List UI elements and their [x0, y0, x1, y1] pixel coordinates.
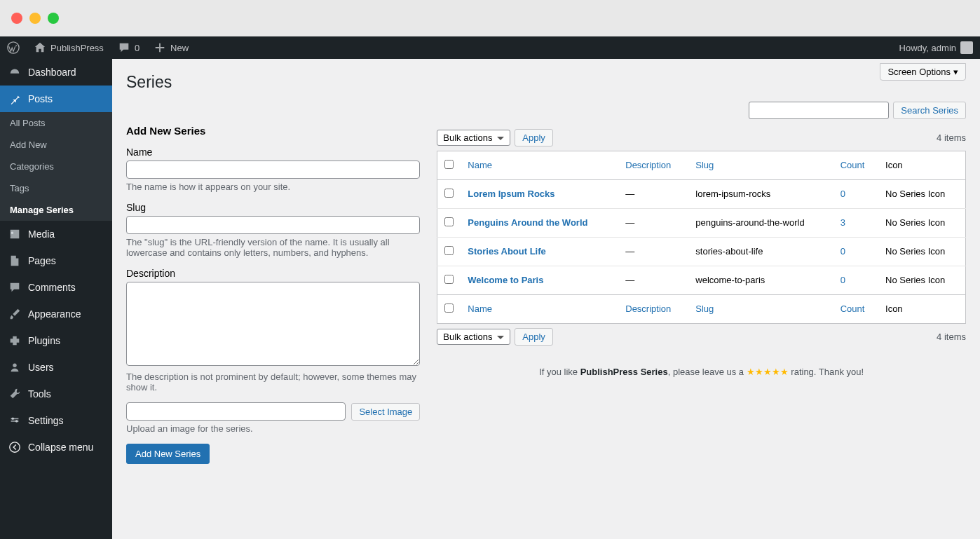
- series-count-link[interactable]: 0: [841, 246, 845, 257]
- select-all-bottom[interactable]: [444, 303, 454, 313]
- col-name[interactable]: Name: [461, 151, 618, 180]
- col-description[interactable]: Description: [618, 151, 688, 180]
- new-label: New: [170, 43, 189, 53]
- series-count-link[interactable]: 3: [841, 217, 845, 228]
- howdy-text: Howdy, admin: [899, 43, 956, 53]
- comments-link[interactable]: 0: [111, 36, 147, 59]
- window-maximize-button[interactable]: [48, 13, 59, 24]
- upload-description: Upload an image for the series.: [126, 423, 420, 434]
- series-slug: penguins-around-the-world: [688, 209, 833, 238]
- avatar-icon: [960, 41, 973, 54]
- slug-label: Slug: [126, 202, 420, 213]
- add-new-series-button[interactable]: Add New Series: [126, 444, 210, 464]
- sidebar-item-plugins[interactable]: Plugins: [0, 327, 112, 354]
- search-button[interactable]: Search Series: [893, 102, 966, 119]
- plus-icon: [154, 41, 166, 54]
- sidebar-label-dashboard: Dashboard: [28, 67, 76, 78]
- sidebar-item-appearance[interactable]: Appearance: [0, 301, 112, 327]
- home-icon: [34, 41, 46, 54]
- sidebar-item-tools[interactable]: Tools: [0, 381, 112, 407]
- series-name-link[interactable]: Lorem Ipsum Rocks: [468, 189, 554, 199]
- sidebar-collapse[interactable]: Collapse menu: [0, 434, 112, 460]
- slug-input[interactable]: [126, 216, 420, 234]
- series-count-link[interactable]: 0: [841, 189, 845, 199]
- search-input[interactable]: [749, 102, 889, 119]
- wp-logo[interactable]: [0, 36, 27, 59]
- collapse-icon: [8, 441, 21, 453]
- sidebar-item-dashboard[interactable]: Dashboard: [0, 59, 112, 86]
- tools-icon: [8, 388, 21, 400]
- sidebar-item-media[interactable]: Media: [0, 221, 112, 247]
- sidebar-item-settings[interactable]: Settings: [0, 407, 112, 434]
- image-path-input[interactable]: [126, 402, 346, 421]
- row-checkbox[interactable]: [444, 189, 454, 198]
- submenu-manage-series[interactable]: Manage Series: [0, 199, 112, 221]
- admin-sidebar: Dashboard Posts All Posts Add New Catego…: [0, 59, 112, 539]
- footer-prefix: If you like: [539, 367, 580, 377]
- series-count-link[interactable]: 0: [841, 275, 845, 285]
- series-slug: stories-about-life: [688, 238, 833, 266]
- sidebar-label-tools: Tools: [28, 388, 51, 400]
- comments-icon: [8, 281, 21, 294]
- row-checkbox[interactable]: [444, 275, 454, 284]
- comment-icon: [118, 41, 130, 54]
- table-row: Lorem Ipsum Rocks — lorem-ipsum-rocks 0 …: [437, 180, 966, 209]
- svg-point-2: [13, 364, 16, 367]
- col-count[interactable]: Count: [833, 151, 878, 180]
- series-name-link[interactable]: Welcome to Paris: [468, 275, 543, 285]
- sidebar-label-pages: Pages: [28, 255, 56, 266]
- site-name-link[interactable]: PublishPress: [27, 36, 111, 59]
- name-label: Name: [126, 146, 420, 158]
- item-count-bottom: 4 items: [937, 332, 966, 342]
- series-icon: No Series Icon: [878, 180, 965, 209]
- new-content-link[interactable]: New: [147, 36, 196, 59]
- sidebar-label-collapse: Collapse menu: [28, 442, 93, 453]
- brush-icon: [8, 308, 21, 320]
- submenu-tags[interactable]: Tags: [0, 177, 112, 199]
- col-icon: Icon: [878, 151, 965, 180]
- select-image-button[interactable]: Select Image: [351, 403, 420, 421]
- select-all-top[interactable]: [444, 160, 454, 169]
- window-minimize-button[interactable]: [29, 13, 41, 24]
- series-slug: welcome-to-paris: [688, 266, 833, 295]
- series-name-link[interactable]: Penguins Around the World: [468, 217, 587, 228]
- col-description-foot[interactable]: Description: [618, 295, 688, 324]
- window-chrome: [0, 0, 980, 36]
- svg-point-5: [10, 442, 20, 452]
- chevron-down-icon: ▾: [953, 67, 958, 77]
- series-icon: No Series Icon: [878, 238, 965, 266]
- row-checkbox[interactable]: [444, 246, 454, 255]
- sidebar-item-comments[interactable]: Comments: [0, 274, 112, 301]
- submenu-categories[interactable]: Categories: [0, 156, 112, 177]
- window-close-button[interactable]: [11, 13, 22, 24]
- bulk-actions-select-top[interactable]: Bulk actions: [437, 130, 510, 146]
- col-slug-foot[interactable]: Slug: [688, 295, 833, 324]
- footer-mid: , please leave us a: [668, 367, 747, 377]
- submenu-add-new[interactable]: Add New: [0, 134, 112, 156]
- page-icon: [8, 254, 21, 267]
- sidebar-item-posts[interactable]: Posts: [0, 86, 112, 112]
- admin-bar: PublishPress 0 New Howdy, admin: [0, 36, 980, 59]
- name-input[interactable]: [126, 161, 420, 179]
- description-description: The description is not prominent by defa…: [126, 371, 420, 393]
- page-title: Series: [126, 73, 966, 92]
- sidebar-label-posts: Posts: [28, 93, 53, 104]
- table-row: Welcome to Paris — welcome-to-paris 0 No…: [437, 266, 966, 295]
- col-count-foot[interactable]: Count: [833, 295, 878, 324]
- sidebar-item-users[interactable]: Users: [0, 354, 112, 381]
- apply-button-bottom[interactable]: Apply: [515, 328, 553, 346]
- submenu-all-posts[interactable]: All Posts: [0, 112, 112, 134]
- bulk-actions-select-bottom[interactable]: Bulk actions: [437, 329, 510, 345]
- account-link[interactable]: Howdy, admin: [892, 36, 980, 59]
- col-name-foot[interactable]: Name: [461, 295, 618, 324]
- table-row: Stories About Life — stories-about-life …: [437, 238, 966, 266]
- col-slug[interactable]: Slug: [688, 151, 833, 180]
- series-name-link[interactable]: Stories About Life: [468, 246, 545, 257]
- svg-point-4: [15, 420, 18, 423]
- footer-suffix: rating. Thank you!: [789, 367, 864, 377]
- description-textarea[interactable]: [126, 282, 420, 366]
- screen-options-button[interactable]: Screen Options ▾: [880, 63, 966, 81]
- apply-button-top[interactable]: Apply: [515, 129, 553, 146]
- sidebar-item-pages[interactable]: Pages: [0, 247, 112, 274]
- row-checkbox[interactable]: [444, 217, 454, 226]
